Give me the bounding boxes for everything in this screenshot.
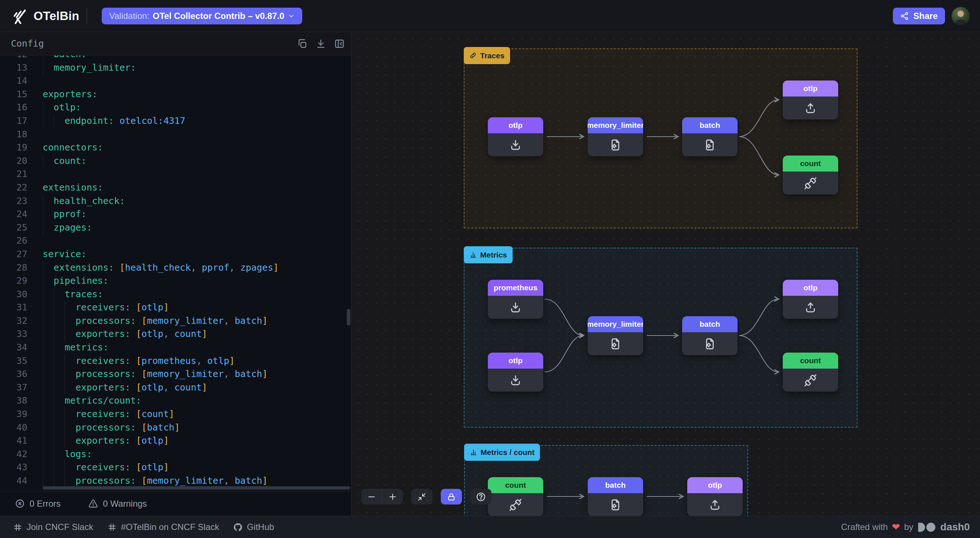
indent-guide [43,221,43,235]
fit-view-button[interactable] [411,489,433,505]
code-token: pipelines: [54,275,109,286]
code-token: logs: [65,449,92,459]
unplug-icon [804,177,817,190]
code-line: 19connectors: [0,141,351,154]
code-line-content: zpages: [43,221,351,235]
code-line: 14 [0,74,351,88]
download-button[interactable] [315,38,326,49]
share-button[interactable]: Share [893,8,945,24]
receiver-node-otlp[interactable]: otlp [488,352,543,392]
help-icon [476,492,486,502]
line-number: 29 [0,274,27,288]
circle-x-icon [15,499,25,508]
node-label: otlp [687,477,743,493]
line-number: 17 [0,114,27,128]
processor-node-batch[interactable]: batch [682,316,738,355]
code-line: 41exporters: [otlp] [0,434,351,448]
collapse-panel-button[interactable] [334,38,345,49]
code-line: 21 [0,168,351,181]
code-line-content: pprof: [43,208,351,221]
connector-node-count[interactable]: count [783,156,838,195]
processor-node-memory_limiter[interactable]: memory_limiter [588,316,643,355]
file-process-icon [609,138,622,152]
code-line-content: pipelines: [43,274,351,288]
section-label: Metrics [464,246,512,263]
node-body [783,369,838,392]
user-avatar[interactable] [951,7,970,25]
unplug-icon [509,498,522,511]
indent-guide [54,461,54,474]
indent-guide [65,327,65,341]
processor-node-batch[interactable]: batch [682,117,738,156]
download-tray-icon [509,138,522,152]
connector-node-count[interactable]: count [783,352,838,392]
validation-label: Validation: [109,11,149,21]
code-line-content: exporters: [otlp, count] [43,381,351,395]
lock-button[interactable] [441,489,462,505]
code-token: health_check: [54,195,125,206]
yaml-code-editor[interactable]: 12batch:13memory_limiter:1415exporters:1… [0,56,351,491]
indent-guide [54,288,54,301]
code-token: , [229,262,240,273]
receiver-node-prometheus[interactable]: prometheus [488,280,543,319]
code-line-content: service: [43,248,351,261]
indent-guide [43,327,43,341]
code-token: , [224,475,235,486]
node-body [588,493,643,516]
zoom-in-button[interactable] [382,489,403,505]
indent-guide [43,274,43,288]
pipeline-section-metrics: Metrics [464,248,858,428]
indent-guide [54,368,54,381]
code-token: batch [235,316,262,326]
code-line: 12batch: [0,56,351,61]
code-line: 17endpoint: otelcol:4317 [0,114,351,128]
indent-guide [43,195,43,208]
footer-link[interactable]: Join CNCF Slack [13,522,93,532]
code-token: zpages: [54,222,92,233]
horizontal-scrollbar[interactable] [43,486,350,490]
receiver-node-otlp[interactable]: otlp [488,117,543,156]
vertical-scrollbar[interactable] [347,309,350,325]
line-number: 33 [0,327,27,341]
indent-guide [43,61,43,75]
exporter-node-otlp[interactable]: otlp [783,81,838,119]
code-line: 27service: [0,248,351,261]
code-line: 37exporters: [otlp, count] [0,381,351,395]
code-token: prometheus [142,355,197,366]
code-token: [ [136,329,142,339]
pipeline-graph-canvas[interactable]: Tracesotlpmemory_limiterbatchotlpcountMe… [351,32,980,516]
code-token: ] [229,355,235,366]
exporter-node-otlp[interactable]: otlp [687,477,743,516]
code-line: 28extensions: [health_check, pprof, zpag… [0,261,351,275]
exporter-node-otlp[interactable]: otlp [783,280,838,319]
processor-node-memory_limiter[interactable]: memory_limiter [588,117,643,156]
status-errors: 0 Errors [15,499,60,509]
code-token: otlp [142,329,163,339]
zoom-out-button[interactable] [361,489,382,505]
connector-node-count[interactable]: count [488,477,543,516]
status-warnings: 0 Warnings [88,499,147,509]
code-line-content: processors: [memory_limiter, batch] [43,368,351,381]
validation-select[interactable]: Validation: OTel Collector Contrib – v0.… [102,8,302,24]
line-number: 28 [0,261,27,275]
footer-link-label: Join CNCF Slack [27,522,93,532]
copy-button[interactable] [297,38,308,49]
status-label: 0 Warnings [103,499,147,509]
code-token: [ [142,316,147,326]
section-name: Metrics [480,251,507,259]
code-line-content [43,128,351,141]
line-number: 31 [0,301,27,314]
processor-node-batch[interactable]: batch [588,477,643,516]
node-label: count [783,156,838,171]
code-token: count: [54,156,86,166]
indent-guide [65,314,65,328]
indent-guide [43,288,43,301]
code-token: count [174,329,202,339]
line-number: 39 [0,408,27,421]
footer-link[interactable]: GitHub [233,522,274,532]
footer-link[interactable]: #OTelBin on CNCF Slack [107,522,219,532]
indent-guide [43,408,43,421]
node-label: count [783,352,838,369]
code-token: receivers: [75,409,136,419]
help-button[interactable] [470,489,492,505]
